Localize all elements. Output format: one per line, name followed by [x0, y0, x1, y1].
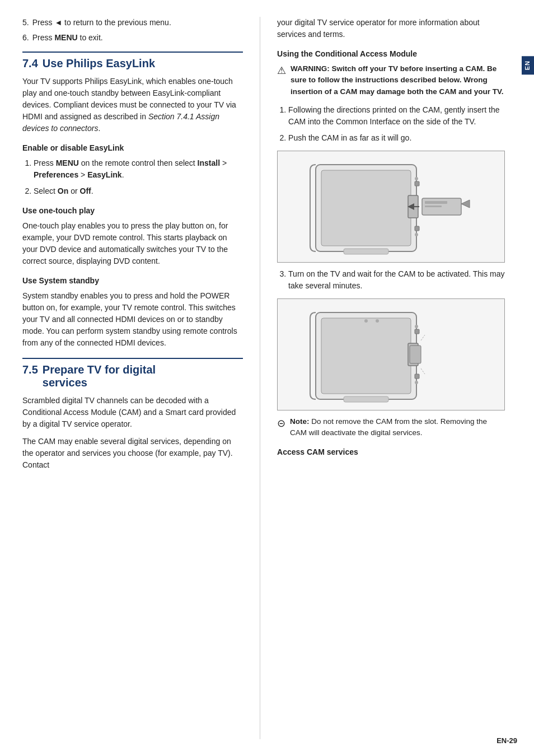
one-touch-heading: Use one-touch play [22, 205, 243, 217]
svg-rect-5 [425, 206, 442, 207]
page-footer: EN-29 [496, 736, 517, 745]
right-intro-text: your digital TV service operator for mor… [277, 17, 505, 40]
svg-rect-7 [415, 181, 419, 186]
section-7-4-number: 7.4 [22, 57, 38, 70]
note-icon: ⊝ [277, 417, 285, 430]
cam-diagram-1-svg [299, 153, 484, 260]
section-7-4-header: 7.4 Use Philips EasyLink [22, 52, 243, 70]
intro-steps: 5. Press ◄ to return to the previous men… [22, 17, 243, 44]
page-container: EN 5. Press ◄ to return to the previous … [0, 0, 534, 756]
cam-steps: Following the directions printed on the … [277, 104, 505, 144]
section-7-5-number: 7.5 [22, 363, 38, 376]
svg-rect-8 [415, 226, 419, 231]
enable-disable-heading: Enable or disable EasyLink [22, 142, 243, 154]
svg-line-22 [421, 335, 425, 340]
warning-box: ⚠ WARNING: Switch off your TV before ins… [277, 63, 505, 97]
note-text: Note: Do not remove the CAM from the slo… [290, 416, 505, 439]
cam-step-3: Turn on the TV and wait for the CAM to b… [288, 268, 505, 292]
warning-icon: ⚠ [277, 64, 286, 77]
svg-point-25 [376, 319, 379, 323]
left-column: 5. Press ◄ to return to the previous men… [22, 17, 260, 739]
svg-rect-1 [321, 170, 411, 246]
right-column: your digital TV service operator for mor… [260, 17, 517, 739]
cam-step-3-list: Turn on the TV and wait for the CAM to b… [277, 268, 505, 292]
cam-step-1: Following the directions printed on the … [288, 104, 505, 128]
svg-point-18 [415, 381, 418, 384]
enable-step-2: Select On or Off. [34, 185, 243, 197]
cam-diagram-2-svg [299, 301, 484, 408]
svg-point-9 [415, 177, 418, 180]
section-7-5-header: 7.5 Prepare TV for digitalservices [22, 358, 243, 389]
intro-step-2: 6. Press MENU to exit. [22, 32, 243, 44]
cam-diagram-2 [277, 298, 505, 410]
svg-rect-19 [415, 329, 419, 334]
svg-rect-4 [425, 201, 447, 204]
cam-diagram-1 [277, 151, 505, 263]
main-content: 5. Press ◄ to return to the previous men… [0, 0, 534, 756]
cam-step-2: Push the CAM in as far as it will go. [288, 132, 505, 144]
svg-rect-21 [344, 396, 388, 402]
section-7-4-body: Your TV supports Philips EasyLink, which… [22, 76, 243, 134]
svg-point-10 [415, 233, 418, 236]
section-7-5-body1: Scrambled digital TV channels can be dec… [22, 395, 243, 430]
enable-disable-steps: Press MENU on the remote control then se… [22, 157, 243, 197]
access-cam-heading: Access CAM services [277, 446, 505, 458]
svg-rect-14 [321, 318, 411, 394]
section-7-5-body2: The CAM may enable several digital servi… [22, 436, 243, 471]
intro-step-1: 5. Press ◄ to return to the previous men… [22, 17, 243, 29]
section-7-5-title: Prepare TV for digitalservices [43, 363, 156, 389]
svg-point-24 [364, 319, 368, 323]
svg-line-23 [421, 368, 425, 374]
section-7-4-title: Use Philips EasyLink [43, 57, 155, 70]
using-cam-heading: Using the Conditional Access Module [277, 48, 505, 60]
enable-step-1: Press MENU on the remote control then se… [34, 157, 243, 181]
system-standby-heading: Use System standby [22, 275, 243, 287]
svg-point-17 [415, 325, 418, 328]
one-touch-body: One-touch play enables you to press the … [22, 220, 243, 267]
warning-text: WARNING: Switch off your TV before inser… [291, 63, 505, 97]
note-box: ⊝ Note: Do not remove the CAM from the s… [277, 416, 505, 439]
side-tab: EN [522, 56, 534, 74]
svg-rect-11 [344, 249, 388, 254]
svg-rect-16 [410, 346, 421, 363]
svg-marker-12 [461, 200, 470, 208]
svg-rect-20 [415, 374, 419, 379]
system-standby-body: System standby enables you to press and … [22, 290, 243, 349]
